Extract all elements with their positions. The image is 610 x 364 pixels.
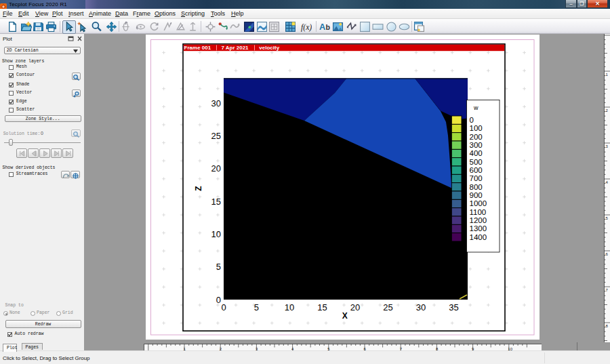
svg-text:10: 10 <box>211 229 221 239</box>
svg-text:30: 30 <box>211 98 221 108</box>
svg-text:1100: 1100 <box>470 208 487 216</box>
svg-text:15: 15 <box>317 302 327 312</box>
svg-text:A: A <box>319 22 325 32</box>
svg-text:0: 0 <box>470 116 474 124</box>
svg-text:700: 700 <box>470 174 483 182</box>
svg-text:300: 300 <box>470 141 483 149</box>
svg-text:w: w <box>473 104 479 111</box>
svg-text:600: 600 <box>470 166 483 174</box>
svg-text:5: 5 <box>216 262 221 272</box>
svg-text:1200: 1200 <box>470 216 487 224</box>
svg-text:20: 20 <box>350 302 360 312</box>
svg-text:1300: 1300 <box>470 224 487 232</box>
svg-text:10: 10 <box>285 302 294 312</box>
svg-text:200: 200 <box>470 133 483 141</box>
svg-text:0: 0 <box>216 295 221 305</box>
svg-text:20: 20 <box>211 163 221 174</box>
svg-text:Z: Z <box>194 186 203 190</box>
svg-text:800: 800 <box>470 183 483 191</box>
svg-text:f(x): f(x) <box>301 23 312 32</box>
svg-text:0: 0 <box>221 302 226 312</box>
svg-text:X: X <box>342 311 348 321</box>
svg-text:500: 500 <box>470 158 483 166</box>
svg-text:Frame 001: Frame 001 <box>184 45 211 51</box>
svg-text:b: b <box>326 23 331 31</box>
svg-text:400: 400 <box>470 149 483 157</box>
svg-text:25: 25 <box>211 131 221 141</box>
svg-text:velocity: velocity <box>259 45 279 51</box>
svg-text:15: 15 <box>211 197 221 207</box>
svg-text:900: 900 <box>470 191 483 199</box>
svg-text:7 Apr 2021: 7 Apr 2021 <box>221 45 249 51</box>
svg-text:1400: 1400 <box>470 233 487 241</box>
svg-text:5: 5 <box>254 302 259 312</box>
svg-text:30: 30 <box>416 302 426 312</box>
svg-text:100: 100 <box>470 124 483 132</box>
svg-text:1000: 1000 <box>470 199 487 207</box>
svg-text:25: 25 <box>383 302 392 312</box>
svg-text:35: 35 <box>449 302 458 312</box>
